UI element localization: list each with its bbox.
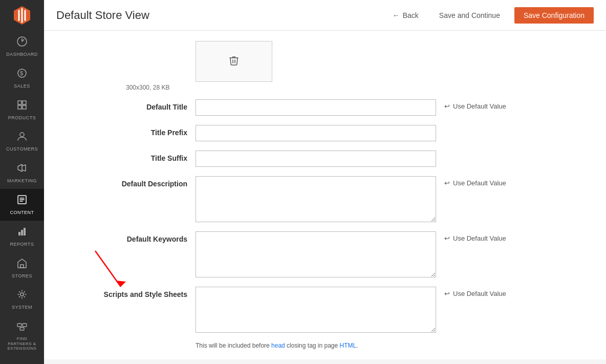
form-row-default-title: Default Title ↩ Use Default Value [85,99,586,116]
sidebar-item-dashboard[interactable]: DASHBOARD [0,31,44,62]
use-default-scripts-label: Use Default Value [453,290,506,297]
use-default-keywords-button[interactable]: ↩ Use Default Value [444,231,506,242]
sales-icon: $ [16,68,28,81]
find-partners-icon [16,320,28,334]
delete-image-button[interactable] [225,53,243,70]
svg-rect-6 [23,105,26,109]
save-configuration-button[interactable]: Save Configuration [514,7,594,24]
sidebar-item-customers-label: CUSTOMERS [6,146,38,152]
magento-logo [12,5,32,26]
sidebar-item-dashboard-label: DASHBOARD [6,52,38,57]
customers-icon [16,131,28,144]
sidebar-item-system[interactable]: SYSTEM [0,284,44,315]
sidebar-item-content-label: CONTENT [10,210,34,216]
use-default-description-label: Use Default Value [453,179,506,187]
dashboard-icon [16,36,28,50]
use-default-description-button[interactable]: ↩ Use Default Value [444,176,506,187]
undo-description-icon: ↩ [444,179,450,187]
sidebar-item-products-label: PRODUCTS [8,115,36,121]
sidebar-item-content[interactable]: CONTENT [0,189,44,221]
svg-marker-18 [116,281,126,287]
sidebar: DASHBOARD $ SALES PRODUCTS CUSTOMERS MAR… [0,0,44,364]
svg-rect-16 [20,328,24,330]
default-description-textarea[interactable] [196,176,436,222]
html-link[interactable]: HTML [340,342,357,349]
trash-icon [229,55,239,66]
system-icon [16,289,28,303]
form-row-default-description: Default Description ↩ Use Default Value [85,176,586,222]
undo-keywords-icon: ↩ [444,234,450,242]
image-box [196,41,586,82]
sidebar-item-system-label: SYSTEM [12,305,32,310]
svg-rect-9 [18,232,20,235]
title-prefix-label: Title Prefix [85,125,187,137]
svg-rect-10 [21,230,23,235]
svg-rect-14 [17,324,21,327]
image-preview [196,41,272,82]
back-arrow-icon: ← [393,11,400,19]
back-button-label: Back [403,11,419,19]
svg-rect-15 [23,324,27,327]
scripts-stylesheets-textarea[interactable] [196,287,436,333]
use-default-scripts-button[interactable]: ↩ Use Default Value [444,287,506,297]
default-title-input[interactable] [196,99,436,116]
head-link[interactable]: head [271,342,285,349]
undo-scripts-icon: ↩ [444,290,450,297]
title-suffix-input[interactable] [196,151,436,167]
undo-icon: ↩ [444,102,450,110]
image-info: 300x300, 28 KB [126,84,586,91]
svg-point-7 [20,133,24,137]
use-default-title-label: Use Default Value [453,102,506,110]
sidebar-item-sales-label: SALES [14,83,30,89]
default-title-label: Default Title [85,99,187,111]
reports-icon [16,226,28,240]
svg-rect-11 [24,228,26,235]
default-keywords-textarea[interactable] [196,231,436,277]
logo[interactable] [0,0,44,31]
form-section: 300x300, 28 KB Default Title ↩ Use Defau… [44,31,606,359]
default-description-label: Default Description [85,176,187,188]
scripts-stylesheets-label: Scripts and Style Sheets [85,287,187,298]
form-row-title-suffix: Title Suffix [85,151,586,167]
sidebar-item-marketing[interactable]: MARKETING [0,157,44,189]
save-continue-button[interactable]: Save and Continue [433,8,506,23]
main-content: Default Store View ← Back Save and Conti… [44,0,606,364]
sidebar-item-reports-label: REPORTS [10,242,34,247]
content-icon [16,194,28,208]
default-keywords-label: Default Keywords [85,231,187,243]
products-icon [16,99,28,113]
scripts-note: This will be included before head closin… [196,342,586,349]
form-row-default-keywords: Default Keywords ↩ Use Default Value [85,231,586,277]
svg-rect-3 [18,101,21,104]
use-default-title-button[interactable]: ↩ Use Default Value [444,99,506,110]
svg-rect-5 [18,105,21,109]
svg-text:$: $ [20,70,24,76]
title-suffix-label: Title Suffix [85,151,187,162]
sidebar-item-find-partners-label: FIND PARTNERS & EXTENSIONS [2,336,42,351]
svg-point-13 [20,293,24,296]
sidebar-item-customers[interactable]: CUSTOMERS [0,125,44,157]
page-title: Default Store View [56,9,378,22]
sidebar-item-sales[interactable]: $ SALES [0,62,44,94]
sidebar-item-find-partners[interactable]: FIND PARTNERS & EXTENSIONS [0,315,44,356]
svg-rect-12 [20,265,24,268]
title-prefix-input[interactable] [196,125,436,141]
sidebar-item-stores[interactable]: STORES [0,252,44,284]
marketing-icon [16,162,28,176]
page-header: Default Store View ← Back Save and Conti… [44,0,606,31]
stores-icon [16,258,28,271]
sidebar-item-products[interactable]: PRODUCTS [0,94,44,126]
form-content-area: 300x300, 28 KB Default Title ↩ Use Defau… [44,31,606,364]
sidebar-item-stores-label: STORES [12,273,32,279]
svg-rect-4 [23,101,26,104]
form-row-title-prefix: Title Prefix [85,125,586,141]
back-button[interactable]: ← Back [386,8,425,23]
use-default-keywords-label: Use Default Value [453,234,506,242]
sidebar-item-marketing-label: MARKETING [7,178,37,184]
form-row-scripts: Scripts and Style Sheets ↩ Use Default V… [85,287,586,333]
sidebar-item-reports[interactable]: REPORTS [0,221,44,252]
